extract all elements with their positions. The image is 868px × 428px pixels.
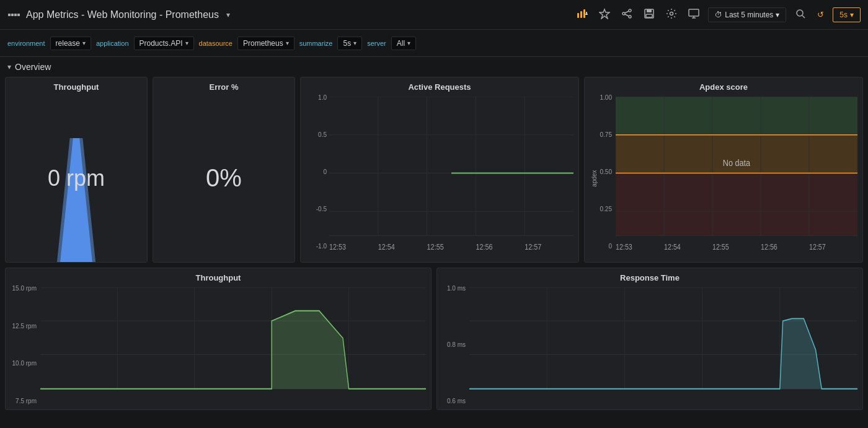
throughput-large-chart: 15.0 rpm 12.5 rpm 10.0 rpm 7.5 rpm: [6, 285, 431, 409]
application-caret: ▾: [185, 40, 188, 46]
svg-rect-5: [580, 11, 582, 18]
svg-text:12:53: 12:53: [329, 242, 346, 250]
summarize-label: summarize: [299, 40, 333, 47]
datasource-label: datasource: [199, 40, 232, 47]
apdex-axis-label: apdex: [591, 170, 598, 186]
application-select[interactable]: Products.API ▾: [134, 37, 194, 50]
throughput-large-panel: Throughput 15.0 rpm 12.5 rpm 10.0 rpm 7.…: [5, 268, 432, 410]
throughput-small-value: 0 rpm: [48, 165, 105, 191]
error-value: 0%: [206, 164, 242, 192]
svg-text:12:55: 12:55: [427, 242, 444, 250]
app-title-caret[interactable]: ▾: [226, 11, 230, 19]
dashboard: Throughput 0 rpm Error % 0% Activ: [0, 77, 868, 410]
overview-section-header: ▾ Overview: [0, 57, 868, 77]
app-title: App Metrics - Web Monitoring - Prometheu…: [26, 9, 219, 20]
time-range-button[interactable]: ⏱ Last 5 minutes ▾: [708, 7, 786, 22]
svg-rect-3: [17, 14, 20, 16]
star-icon[interactable]: [596, 6, 613, 24]
datasource-select[interactable]: Prometheus ▾: [237, 37, 294, 50]
svg-text:12:56: 12:56: [761, 243, 777, 250]
active-req-y-axis: 1.0 0.5 0 -0.5 -1.0: [301, 94, 329, 250]
active-requests-panel: Active Requests 1.0 0.5 0 -0.5 -1.0: [300, 77, 579, 263]
svg-rect-41: [616, 97, 857, 135]
response-time-y-axis: 1.0 ms 0.8 ms 0.6 ms: [437, 285, 468, 404]
svg-rect-16: [647, 9, 652, 12]
svg-text:12:56: 12:56: [476, 242, 492, 250]
svg-point-10: [629, 9, 631, 12]
datasource-caret: ▾: [286, 40, 289, 46]
settings-icon[interactable]: [663, 6, 680, 24]
throughput-small-content: 0 rpm: [6, 94, 147, 262]
svg-rect-2: [14, 14, 17, 16]
svg-marker-78: [780, 318, 822, 388]
response-time-header: Response Time: [437, 268, 862, 285]
share-icon[interactable]: [619, 6, 635, 24]
topbar: App Metrics - Web Monitoring - Prometheu…: [0, 0, 868, 30]
clock-icon: ⏱: [715, 11, 722, 19]
apdex-y-axis: 1.00 0.75 0.50 0.25 0: [585, 94, 614, 250]
throughput-small-header: Throughput: [6, 77, 147, 94]
environment-label: environment: [7, 40, 45, 47]
apdex-panel: Apdex score 1.00 0.75 0.50 0.25 0 apdex: [584, 77, 863, 263]
svg-text:12:53: 12:53: [616, 243, 632, 250]
svg-text:12:54: 12:54: [664, 243, 681, 250]
monitor-icon[interactable]: [686, 6, 702, 24]
release-select[interactable]: release ▾: [50, 37, 91, 50]
search-icon[interactable]: [792, 6, 808, 24]
bottom-row: Throughput 15.0 rpm 12.5 rpm 10.0 rpm 7.…: [5, 268, 863, 410]
collapse-icon[interactable]: ▾: [7, 63, 11, 71]
svg-text:12:57: 12:57: [809, 243, 826, 250]
summarize-caret: ▾: [353, 40, 356, 46]
svg-line-14: [625, 14, 629, 16]
svg-text:No data: No data: [723, 158, 751, 168]
refresh-interval-button[interactable]: 5s ▾: [833, 7, 861, 22]
svg-rect-19: [689, 9, 699, 16]
server-caret: ▾: [407, 40, 410, 46]
release-caret: ▾: [82, 40, 86, 46]
active-requests-header: Active Requests: [301, 77, 578, 94]
apdex-svg: No data 12:53 12:54 12:55 12:56 12:57: [616, 97, 857, 250]
response-time-chart: 1.0 ms 0.8 ms 0.6 ms: [437, 285, 862, 409]
error-header: Error %: [153, 77, 294, 94]
svg-rect-6: [583, 9, 585, 18]
apdex-chart: 1.00 0.75 0.50 0.25 0 apdex: [585, 94, 862, 262]
svg-line-13: [625, 11, 629, 13]
section-title: Overview: [15, 62, 51, 72]
svg-marker-9: [600, 9, 609, 19]
response-time-svg: [469, 287, 857, 404]
svg-rect-8: [585, 14, 588, 15]
topbar-right: ⏱ Last 5 minutes ▾ ↺ 5s ▾: [574, 6, 861, 24]
refresh-icon[interactable]: ↺: [815, 7, 826, 22]
throughput-lg-svg: [40, 287, 426, 404]
svg-marker-69: [272, 311, 348, 389]
svg-text:12:57: 12:57: [525, 242, 541, 250]
svg-line-23: [802, 15, 805, 18]
application-label: application: [96, 40, 129, 47]
variables-bar: environment release ▾ application Produc…: [0, 30, 868, 57]
svg-text:12:54: 12:54: [378, 242, 396, 250]
top-row: Throughput 0 rpm Error % 0% Activ: [5, 77, 863, 263]
error-content: 0%: [153, 94, 294, 262]
grafana-icon: [7, 8, 21, 22]
throughput-large-header: Throughput: [6, 268, 431, 285]
server-label: server: [367, 40, 386, 47]
active-requests-chart: 1.0 0.5 0 -0.5 -1.0: [301, 94, 578, 262]
svg-rect-4: [577, 13, 579, 18]
svg-rect-43: [616, 173, 857, 236]
svg-rect-7: [586, 12, 587, 14]
server-select[interactable]: All ▾: [391, 37, 416, 50]
topbar-left: App Metrics - Web Monitoring - Prometheu…: [7, 8, 230, 22]
active-req-svg: 12:53 12:54 12:55 12:56 12:57: [329, 97, 574, 250]
save-icon[interactable]: [641, 6, 657, 24]
svg-rect-1: [11, 14, 14, 16]
svg-point-12: [629, 15, 631, 18]
summarize-select[interactable]: 5s ▾: [337, 37, 362, 50]
throughput-small-chart: [6, 138, 147, 262]
svg-point-22: [797, 10, 803, 16]
svg-text:12:55: 12:55: [712, 243, 729, 250]
add-panel-icon[interactable]: [574, 6, 590, 24]
apdex-header: Apdex score: [585, 77, 862, 94]
error-panel: Error % 0%: [153, 77, 295, 263]
svg-point-11: [622, 12, 625, 15]
svg-rect-0: [8, 14, 11, 16]
